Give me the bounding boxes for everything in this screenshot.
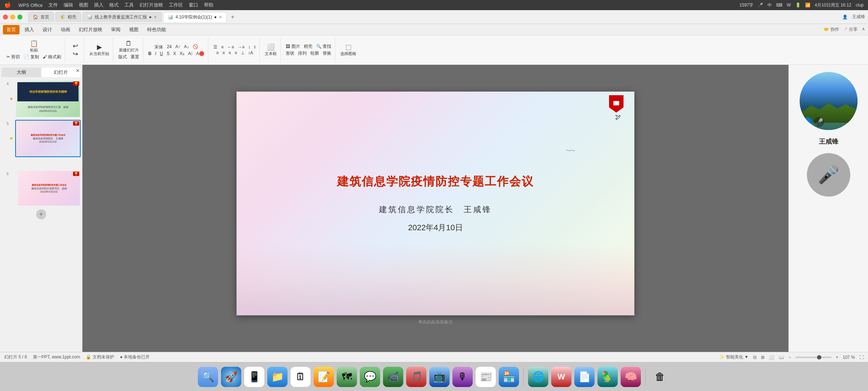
smartart-button[interactable]: 稻壳: [302, 43, 314, 50]
strikethrough-button[interactable]: S: [165, 51, 171, 56]
outline-tab[interactable]: 大纲: [1, 68, 41, 77]
menu-edit[interactable]: 编辑: [64, 2, 73, 8]
new-slide-button[interactable]: 🗒 新建幻灯片: [118, 39, 140, 54]
tab-report[interactable]: 📊 线上教学质量监测工作汇报 ● ✕: [82, 12, 162, 22]
align-right-button[interactable]: ≡: [227, 50, 233, 56]
zoom-slider[interactable]: [795, 357, 831, 358]
tab-meeting-close[interactable]: ✕: [219, 15, 222, 20]
ribbon-tab-design[interactable]: 设计: [39, 25, 56, 34]
tab-home[interactable]: 🏠 首页: [28, 12, 54, 22]
slide-item-4[interactable]: 4 ★ 传达学校疫情防控的有关精神 建筑信息学院疫情防控文汇报 赵娟 2022年…: [1, 80, 81, 118]
menu-tools[interactable]: 工具: [124, 2, 134, 8]
italic-button[interactable]: I: [154, 51, 158, 56]
ribbon-tab-insert[interactable]: 插入: [21, 25, 38, 34]
reset-button[interactable]: 重置: [129, 54, 141, 60]
collaborate-button[interactable]: 🤝 协作: [824, 26, 839, 33]
dock-tv[interactable]: 📺: [429, 367, 450, 387]
menu-help[interactable]: 帮助: [204, 2, 213, 8]
ribbon-tab-special[interactable]: 特色功能: [144, 25, 170, 34]
font-color-button[interactable]: A🔴: [195, 51, 206, 56]
bold-button[interactable]: B: [147, 51, 153, 56]
bullet-list-button[interactable]: ☰: [212, 44, 219, 50]
menu-window[interactable]: 窗口: [189, 2, 198, 8]
copy-button[interactable]: 📄 复制: [22, 54, 40, 60]
zoom-plus-button[interactable]: +: [836, 355, 838, 360]
user-account[interactable]: clup: [856, 3, 864, 8]
dock-wps[interactable]: W: [551, 367, 571, 387]
ribbon-tab-animation[interactable]: 动画: [57, 25, 74, 34]
dock-mind[interactable]: 🧠: [621, 367, 641, 387]
canvas-area[interactable]: 〜〜 🕊 建筑信息学院疫情防控专题工作会议: [82, 65, 788, 352]
shape-button[interactable]: 形状: [284, 50, 296, 57]
slide-thumb-5[interactable]: 建筑信息学院疫情防控专题工作会议 建筑信息学院院长 王咸锋 2022年4月10日…: [15, 120, 81, 157]
dock-music[interactable]: 🎵: [406, 367, 426, 387]
font-name-button[interactable]: 宋体: [153, 44, 165, 51]
align-justify-button[interactable]: ≡: [233, 50, 239, 56]
paste-button[interactable]: 📋 粘贴: [27, 39, 41, 54]
underline-button[interactable]: U: [158, 51, 165, 56]
dock-messages[interactable]: 💬: [360, 367, 380, 387]
ribbon-tab-review[interactable]: 审阅: [107, 25, 124, 34]
columns-button[interactable]: ⫴: [252, 44, 257, 50]
share-button[interactable]: ↗ 分享: [843, 26, 858, 33]
tab-daoke[interactable]: 🌾 稻壳: [55, 12, 81, 22]
fit-screen-button[interactable]: ⛶: [859, 355, 864, 360]
dock-podcasts[interactable]: 🎙: [452, 367, 473, 387]
menu-insert[interactable]: 插入: [94, 2, 103, 8]
find-button[interactable]: 🔍 查找: [315, 43, 333, 50]
add-tab-button[interactable]: +: [228, 13, 237, 21]
menu-wps[interactable]: WPS Office: [18, 3, 43, 8]
start-slideshow-button[interactable]: ▶ 从当前开始: [88, 43, 111, 57]
highlight-button[interactable]: A⃝: [187, 51, 194, 56]
layout-button[interactable]: 版式: [117, 54, 128, 60]
close-button[interactable]: [3, 14, 8, 20]
image-button[interactable]: 🖼 图片: [284, 43, 301, 50]
view-reading-icon[interactable]: 📖: [779, 355, 784, 360]
redo-button[interactable]: ↪: [69, 50, 82, 58]
notes-area[interactable]: 单击此处添加备注: [237, 318, 634, 325]
dock-appstore[interactable]: 🏪: [499, 367, 519, 387]
cut-button[interactable]: ✂ 剪切: [5, 54, 21, 60]
outline-button[interactable]: 轮廓: [309, 50, 320, 57]
view-presenter-icon[interactable]: ⬜: [769, 355, 774, 360]
dock-notes[interactable]: 📝: [314, 367, 334, 387]
minimize-button[interactable]: [10, 14, 15, 20]
zoom-thumb[interactable]: [817, 355, 821, 360]
arrange-button[interactable]: 排列: [297, 50, 308, 57]
replace-button[interactable]: 替换: [321, 50, 333, 57]
align-center-button[interactable]: ≡: [221, 50, 226, 56]
menu-workspace[interactable]: 工作区: [169, 2, 183, 8]
mic-button[interactable]: 🎤: [807, 153, 850, 197]
textbox-button[interactable]: ⬜ 文本框: [263, 43, 278, 57]
menu-format[interactable]: 格式: [109, 2, 119, 8]
dock-facetime[interactable]: 📹: [383, 367, 403, 387]
decrease-indent-button[interactable]: ←≡: [226, 44, 235, 50]
undo-button[interactable]: ↩: [69, 42, 82, 50]
slides-tab[interactable]: 幻灯片: [41, 68, 81, 77]
slide-item-6[interactable]: 6 建筑信息学院疫情防控专题工作会议 建筑信息学院分党委书记 赵娟 2022年4…: [1, 170, 81, 206]
format-brush-button[interactable]: 🖌 格式刷: [41, 54, 63, 60]
font-increase-button[interactable]: A↑: [174, 44, 182, 51]
apple-logo-icon[interactable]: 🍎: [4, 2, 11, 8]
font-size-button[interactable]: 24: [165, 44, 173, 51]
slide-item-5[interactable]: 5 ★ 建筑信息学院疫情防控专题工作会议 建筑信息学院院长 王咸锋 2022年4…: [1, 120, 81, 157]
ribbon-tab-view[interactable]: 视图: [125, 25, 142, 34]
panel-close-button[interactable]: ✕: [76, 68, 80, 73]
ribbon-tab-home[interactable]: 首页: [3, 25, 20, 34]
menu-view[interactable]: 视图: [79, 2, 88, 8]
increase-indent-button[interactable]: →≡: [236, 44, 246, 50]
dock-files[interactable]: 📁: [267, 367, 288, 387]
tab-meeting[interactable]: 📊 4.10学院例会(1)(1) ● ✕: [163, 12, 227, 22]
ribbon-collapse-button[interactable]: ∧: [862, 26, 865, 33]
font-decrease-button[interactable]: A↓: [183, 44, 191, 51]
dock-launchpad[interactable]: 🚀: [221, 367, 241, 387]
add-slide-button[interactable]: +: [36, 209, 46, 219]
dock-feishu[interactable]: 🦜: [597, 367, 618, 387]
menu-slideshow[interactable]: 幻灯片放映: [140, 2, 163, 8]
align-left-button[interactable]: ≡: [215, 50, 220, 56]
numbered-list-button[interactable]: ≡: [220, 44, 225, 50]
dock-contacts[interactable]: 📱: [244, 367, 264, 387]
clear-format-button[interactable]: 🚫: [191, 44, 200, 51]
line-spacing-button[interactable]: ↕: [247, 44, 252, 50]
smart-beauty[interactable]: ✨ 智能美化 ▼: [719, 354, 749, 360]
